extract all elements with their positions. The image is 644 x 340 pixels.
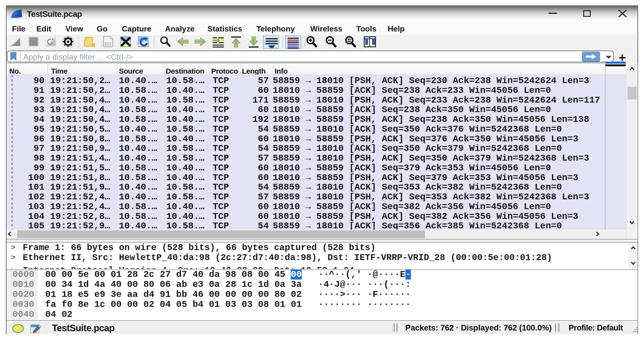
svg-text:010: 010 <box>105 43 110 46</box>
